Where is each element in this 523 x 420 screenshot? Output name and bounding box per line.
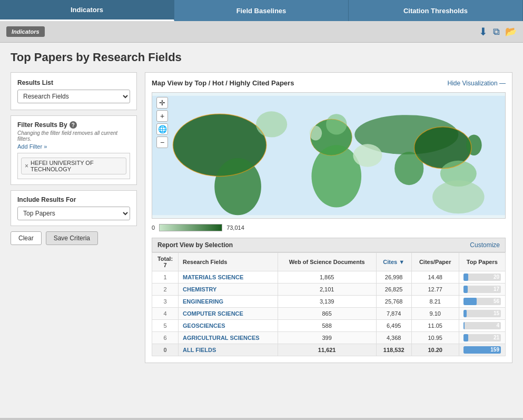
legend-gradient-bar: [159, 224, 222, 231]
toolbar: Indicators ⬇ ⧉ 📂: [0, 21, 523, 43]
cites-cell: 7,874: [376, 308, 411, 320]
bar-fill: [463, 322, 465, 329]
filter-title: Filter Results By ?: [17, 121, 130, 129]
clear-button[interactable]: Clear: [11, 231, 42, 245]
table-row: 4 COMPUTER SCIENCE 865 7,874 9.10 15: [152, 308, 506, 320]
field-name-cell: AGRICULTURAL SCIENCES: [179, 332, 278, 344]
row-number: 5: [152, 320, 179, 332]
toolbar-left: Indicators: [6, 26, 45, 37]
bar-fill: [463, 334, 468, 341]
row-number: 1: [152, 271, 179, 284]
results-list-select[interactable]: Research Fields: [17, 90, 130, 103]
field-name-cell: CHEMISTRY: [179, 284, 278, 296]
report-title: Report View by Selection: [157, 241, 233, 249]
viz-header: Map View by Top / Hot / Highly Cited Pap…: [152, 79, 506, 87]
nav-citation-thresholds[interactable]: Citation Thresholds: [349, 0, 523, 21]
top-papers-bar-cell: 159: [459, 344, 505, 356]
bar-wrapper: 21: [463, 334, 501, 341]
col-research-fields: Research Fields: [179, 253, 278, 271]
bar-label: 20: [494, 274, 499, 281]
bar-label: 159: [490, 346, 499, 354]
top-nav: Indicators Field Baselines Citation Thre…: [0, 0, 523, 21]
filter-tag-label: HEFEI UNIVERSITY OF TECHNOLOGY: [31, 160, 123, 172]
field-link[interactable]: ENGINEERING: [183, 298, 223, 305]
bar-wrapper: 4: [463, 322, 501, 329]
documents-cell: 2,101: [278, 284, 376, 296]
bar-fill: [463, 298, 477, 305]
field-name-cell: ENGINEERING: [179, 296, 278, 308]
nav-field-baselines[interactable]: Field Baselines: [174, 0, 349, 21]
clone-icon[interactable]: ⧉: [493, 26, 500, 37]
cites-paper-cell: 8.21: [411, 296, 459, 308]
bar-wrapper: 17: [463, 286, 501, 293]
top-papers-bar-cell: 4: [459, 320, 505, 332]
map-legend: 0 73,014: [152, 224, 506, 231]
field-link[interactable]: CHEMISTRY: [183, 286, 216, 292]
field-link[interactable]: ALL FIELDS: [183, 347, 216, 353]
report-table: Total: 7 Research Fields Web of Science …: [152, 252, 506, 356]
map-zoom-icon[interactable]: 🌐: [156, 123, 168, 135]
bar-wrapper: 20: [463, 274, 501, 281]
table-row: 0 ALL FIELDS 11,621 118,532 10.20 159: [152, 344, 506, 356]
cites-paper-cell: 11.05: [411, 320, 459, 332]
bar-label: 4: [496, 322, 499, 329]
table-row: 6 AGRICULTURAL SCIENCES 399 4,368 10.95 …: [152, 332, 506, 344]
results-list-section: Results List Research Fields: [11, 72, 137, 110]
customize-link[interactable]: Customize: [470, 241, 500, 249]
cites-cell: 6,495: [376, 320, 411, 332]
bar-wrapper: 159: [463, 346, 501, 354]
map-pan-icon[interactable]: ✛: [156, 97, 168, 109]
cites-sort-link[interactable]: Cites ▼: [383, 259, 404, 265]
add-filter-link[interactable]: Add Filter »: [17, 143, 130, 150]
active-filter-tag: × HEFEI UNIVERSITY OF TECHNOLOGY: [21, 158, 126, 174]
field-name-cell: ALL FIELDS: [179, 344, 278, 356]
top-papers-bar-cell: 56: [459, 296, 505, 308]
row-number: 4: [152, 308, 179, 320]
field-link[interactable]: COMPUTER SCIENCE: [183, 310, 243, 317]
save-criteria-button[interactable]: Save Criteria: [46, 231, 98, 245]
cites-paper-cell: 14.48: [411, 271, 459, 284]
viz-title: Map View by Top / Hot / Highly Cited Pap…: [152, 79, 294, 87]
cites-paper-cell: 9.10: [411, 308, 459, 320]
legend-min: 0: [152, 224, 155, 231]
field-name-cell: COMPUTER SCIENCE: [179, 308, 278, 320]
world-map-svg: [152, 93, 505, 218]
svg-point-2: [256, 111, 287, 137]
row-number: 3: [152, 296, 179, 308]
nav-indicators[interactable]: Indicators: [0, 0, 174, 21]
bar-label: 21: [494, 334, 499, 341]
map-container: ✛ + 🌐 −: [152, 92, 506, 219]
hide-visualization-link[interactable]: Hide Visualization —: [447, 80, 506, 87]
field-link[interactable]: MATERIALS SCIENCE: [183, 274, 243, 280]
remove-filter-icon[interactable]: ×: [25, 162, 28, 170]
svg-point-7: [353, 144, 382, 167]
documents-cell: 865: [278, 308, 376, 320]
col-top-papers: Top Papers: [459, 253, 505, 271]
field-name-cell: MATERIALS SCIENCE: [179, 271, 278, 284]
field-link[interactable]: AGRICULTURAL SCIENCES: [183, 335, 260, 341]
toolbar-right: ⬇ ⧉ 📂: [479, 25, 517, 38]
row-number: 0: [152, 344, 179, 356]
col-cites-paper: Cites/Paper: [411, 253, 459, 271]
bar-wrapper: 56: [463, 298, 501, 305]
cites-cell: 26,825: [376, 284, 411, 296]
download-icon[interactable]: ⬇: [479, 25, 488, 38]
field-name-cell: GEOSCIENCES: [179, 320, 278, 332]
map-zoom-in-button[interactable]: +: [156, 110, 168, 122]
bar-label: 56: [494, 298, 499, 305]
documents-cell: 3,139: [278, 296, 376, 308]
breadcrumb-button[interactable]: Indicators: [6, 26, 45, 37]
cites-cell: 4,368: [376, 332, 411, 344]
include-select[interactable]: Top Papers: [17, 207, 130, 220]
report-header: Report View by Selection Customize: [152, 238, 506, 252]
map-zoom-out-button[interactable]: −: [156, 136, 168, 148]
folder-add-icon[interactable]: 📂: [505, 26, 517, 37]
include-label: Include Results For: [17, 196, 130, 203]
help-icon[interactable]: ?: [70, 121, 77, 129]
col-cites: Cites ▼: [376, 253, 411, 271]
top-papers-bar-cell: 17: [459, 284, 505, 296]
filter-tag-container: × HEFEI UNIVERSITY OF TECHNOLOGY: [17, 153, 130, 179]
col-documents: Web of Science Documents: [278, 253, 376, 271]
field-link[interactable]: GEOSCIENCES: [183, 323, 225, 329]
documents-cell: 399: [278, 332, 376, 344]
